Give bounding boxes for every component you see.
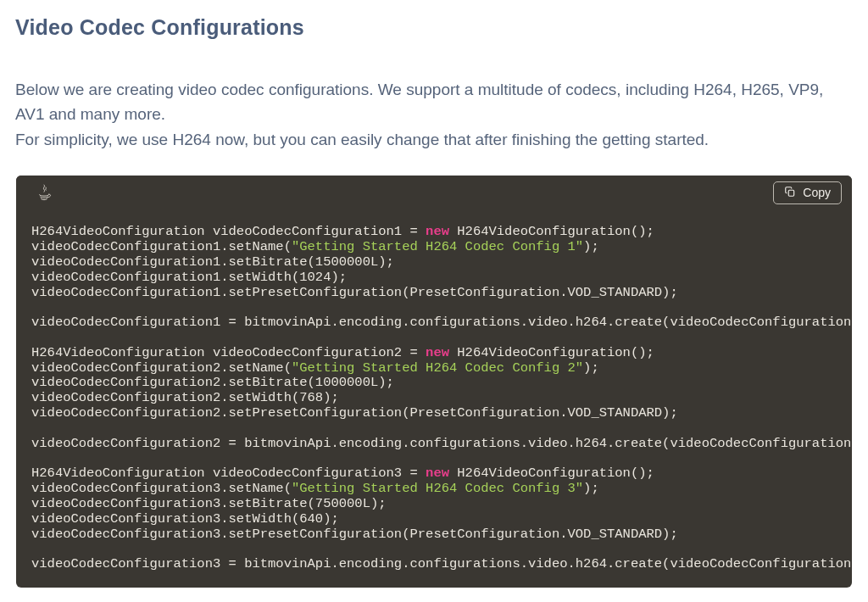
code-block: Copy H264VideoConfiguration videoCodecCo… (16, 176, 852, 588)
copy-icon (784, 186, 796, 200)
code-line: H264VideoConfiguration videoCodecConfigu… (31, 225, 842, 240)
code-line: videoCodecConfiguration3.setName("Gettin… (31, 482, 842, 497)
code-line: videoCodecConfiguration2.setPresetConfig… (31, 406, 842, 421)
code-line: videoCodecConfiguration3.setWidth(640); (31, 512, 842, 527)
java-icon (31, 180, 57, 205)
code-line: videoCodecConfiguration2.setWidth(768); (31, 391, 842, 406)
intro-line-2: For simplicity, we use H264 now, but you… (15, 131, 709, 148)
code-line: H264VideoConfiguration videoCodecConfigu… (31, 466, 842, 482)
code-line: videoCodecConfiguration3.setPresetConfig… (31, 527, 842, 543)
code-line: videoCodecConfiguration1.setWidth(1024); (31, 270, 842, 286)
code-header: Copy (16, 176, 852, 209)
copy-button[interactable]: Copy (773, 181, 842, 204)
intro-paragraph: Below we are creating video codec config… (15, 77, 846, 152)
code-line: videoCodecConfiguration3 = bitmovinApi.e… (31, 557, 842, 572)
code-body: H264VideoConfiguration videoCodecConfigu… (16, 209, 852, 588)
svg-rect-0 (789, 190, 794, 196)
code-line: videoCodecConfiguration1 = bitmovinApi.e… (31, 315, 842, 331)
copy-label: Copy (803, 186, 831, 199)
code-line: videoCodecConfiguration2.setName("Gettin… (31, 361, 842, 376)
code-line: videoCodecConfiguration3.setBitrate(7500… (31, 497, 842, 512)
page-title: Video Codec Configurations (15, 15, 853, 40)
code-line: H264VideoConfiguration videoCodecConfigu… (31, 346, 842, 361)
code-line: videoCodecConfiguration2 = bitmovinApi.e… (31, 437, 842, 452)
code-line: videoCodecConfiguration1.setPresetConfig… (31, 286, 842, 301)
code-line: videoCodecConfiguration1.setName("Gettin… (31, 240, 842, 255)
code-line: videoCodecConfiguration1.setBitrate(1500… (31, 255, 842, 270)
code-line: videoCodecConfiguration2.setBitrate(1000… (31, 376, 842, 391)
intro-line-1: Below we are creating video codec config… (15, 81, 823, 123)
